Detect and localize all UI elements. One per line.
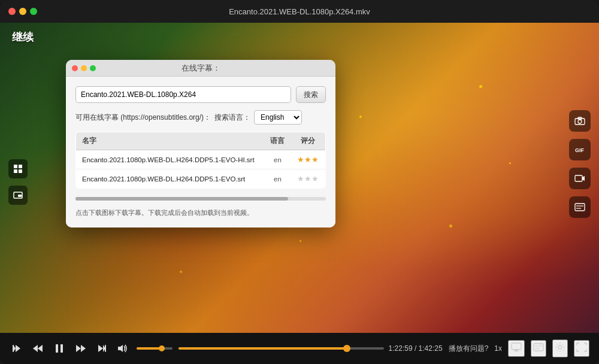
close-button[interactable] <box>8 8 16 15</box>
right-sidebar: GIF <box>569 110 591 218</box>
col-rating: 评分 <box>291 132 326 150</box>
svg-rect-3 <box>19 169 22 173</box>
svg-marker-27 <box>118 345 123 352</box>
subtitle-name-cell: Encanto.2021.1080p.WEB-DL.H264.DDP5.1-EV… <box>76 150 264 169</box>
search-input[interactable] <box>75 86 291 103</box>
col-name: 名字 <box>76 132 264 150</box>
pause-button[interactable] <box>52 342 67 355</box>
subtitle-source-label: 可用在线字幕 (https://opensubtitles.org/)： <box>75 113 211 123</box>
svg-rect-10 <box>575 175 582 181</box>
traffic-lights <box>8 8 37 15</box>
maximize-button[interactable] <box>30 8 37 15</box>
pip-button[interactable] <box>8 186 28 205</box>
dialog-title-bar: 在线字幕： <box>66 60 335 77</box>
volume-thumb <box>159 345 165 351</box>
search-button[interactable]: 搜索 <box>296 86 326 103</box>
svg-marker-19 <box>38 345 43 352</box>
minimize-button[interactable] <box>19 8 26 15</box>
subtitle-lang-cell: en <box>264 169 291 189</box>
table-row[interactable]: Encanto.2021.1080p.WEB-DL.H264.DDP5.1-EV… <box>76 169 326 189</box>
download-progress-bar <box>75 197 326 201</box>
dialog-minimize-button[interactable] <box>81 65 87 71</box>
continue-label: 继续 <box>12 30 34 44</box>
svg-rect-5 <box>18 195 22 197</box>
svg-point-7 <box>578 120 582 123</box>
volume-area <box>137 347 173 350</box>
subtitle-table: 名字 语言 评分 Encanto.2021.1080p.WEB-DL.H264.… <box>75 132 326 189</box>
download-progress-fill <box>75 197 288 201</box>
title-bar: Encanto.2021.WEB-DL.1080p.X264.mkv <box>0 0 599 23</box>
volume-button[interactable] <box>115 342 131 354</box>
speed-button[interactable]: 1x <box>494 344 502 353</box>
dialog-footer-text: 点击下载图标下载字幕。下载完成后会自动加载到当前视频。 <box>75 208 326 218</box>
svg-rect-0 <box>14 165 17 168</box>
main-window: Encanto.2021.WEB-DL.1080p.X264.mkv 继续 <box>0 0 599 364</box>
progress-bar[interactable] <box>179 347 384 350</box>
language-row: 可用在线字幕 (https://opensubtitles.org/)： 搜索语… <box>75 110 326 125</box>
grid-view-button[interactable] <box>8 159 28 178</box>
svg-rect-17 <box>13 345 14 352</box>
volume-bar[interactable] <box>137 347 173 350</box>
svg-marker-18 <box>33 345 38 352</box>
table-row[interactable]: Encanto.2021.1080p.WEB-DL.H264.DDP5.1-EV… <box>76 150 326 169</box>
left-sidebar <box>8 159 28 205</box>
svg-marker-22 <box>76 345 81 352</box>
col-lang: 语言 <box>264 132 291 150</box>
settings-button[interactable] <box>552 339 568 357</box>
time-display: 1:22:59 / 1:42:25 <box>389 344 443 353</box>
dialog-close-button[interactable] <box>72 65 78 71</box>
search-lang-label: 搜索语言： <box>214 113 250 123</box>
dialog-maximize-button[interactable] <box>90 65 96 71</box>
fastforward-button[interactable] <box>73 342 89 354</box>
problem-button[interactable]: 播放有问题? <box>449 344 489 354</box>
svg-rect-2 <box>14 169 17 173</box>
svg-marker-23 <box>81 345 86 352</box>
subtitle-lang-cell: en <box>264 150 291 169</box>
svg-text:GIF: GIF <box>575 147 585 153</box>
fullscreen-button[interactable] <box>574 340 589 357</box>
chapters-button[interactable] <box>531 340 546 357</box>
subtitle-name-cell: Encanto.2021.1080p.WEB-DL.H264.DDP5.1-EV… <box>76 169 264 189</box>
progress-thumb <box>343 345 350 352</box>
language-select[interactable]: English Chinese All <box>254 110 302 125</box>
skip-end-button[interactable] <box>95 342 109 354</box>
svg-rect-21 <box>60 344 63 353</box>
svg-rect-12 <box>575 204 585 211</box>
airplay-button[interactable] <box>508 340 525 357</box>
svg-marker-24 <box>98 345 103 352</box>
record-button[interactable] <box>569 168 591 189</box>
skip-start-button[interactable] <box>10 342 24 354</box>
control-bar: 1:22:59 / 1:42:25 播放有问题? 1x <box>0 333 599 364</box>
subtitle-rating-cell: ★★★ <box>291 150 326 169</box>
subtitle-rating-cell: ★★★ <box>291 169 326 189</box>
gif-button[interactable]: GIF <box>569 139 591 160</box>
svg-rect-30 <box>534 344 543 351</box>
svg-rect-26 <box>105 345 106 352</box>
svg-rect-20 <box>56 344 58 353</box>
dialog-body: 搜索 可用在线字幕 (https://opensubtitles.org/)： … <box>66 77 335 228</box>
rewind-button[interactable] <box>30 342 46 354</box>
progress-fill <box>179 347 347 350</box>
svg-marker-16 <box>16 345 20 352</box>
subtitle-dialog: 在线字幕： 搜索 可用在线字幕 (https://opensubtitles.o… <box>66 60 335 228</box>
svg-rect-1 <box>19 165 22 168</box>
volume-fill <box>137 347 162 350</box>
subtitle-button[interactable] <box>569 196 591 218</box>
svg-point-33 <box>558 345 562 349</box>
search-row: 搜索 <box>75 86 326 103</box>
dialog-title: 在线字幕： <box>181 63 220 74</box>
window-title: Encanto.2021.WEB-DL.1080p.X264.mkv <box>229 7 370 16</box>
screenshot-button[interactable] <box>569 110 591 132</box>
progress-area: 1:22:59 / 1:42:25 <box>179 344 443 353</box>
dialog-traffic-lights <box>72 65 96 71</box>
